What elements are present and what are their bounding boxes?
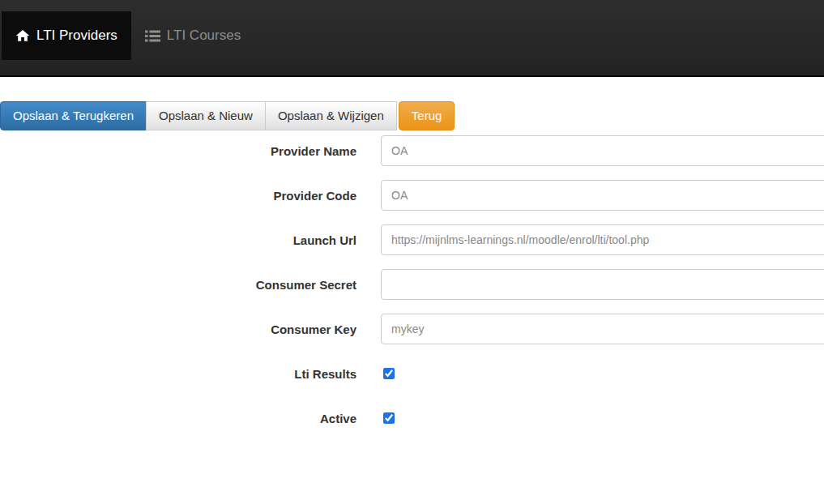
- form-row-provider-code: Provider Code: [0, 180, 824, 211]
- consumer-secret-input[interactable]: [381, 269, 824, 300]
- lti-results-checkbox[interactable]: [383, 368, 395, 379]
- action-toolbar: Opslaan & Terugkeren Opslaan & Nieuw Ops…: [0, 101, 824, 130]
- lti-results-label: Lti Results: [0, 367, 356, 381]
- top-navbar: LTI Providers LTI Courses: [0, 0, 824, 77]
- save-and-edit-button[interactable]: Opslaan & Wijzigen: [265, 101, 397, 130]
- form-row-active: Active: [0, 403, 824, 434]
- form-row-provider-name: Provider Name: [0, 135, 824, 166]
- consumer-key-label: Consumer Key: [0, 322, 356, 336]
- launch-url-input[interactable]: [381, 224, 824, 255]
- nav-item-label: LTI Courses: [167, 28, 241, 44]
- nav-item-lti-courses[interactable]: LTI Courses: [131, 11, 254, 60]
- provider-name-input[interactable]: [381, 135, 824, 166]
- form-row-consumer-key: Consumer Key: [0, 314, 824, 344]
- consumer-secret-label: Consumer Secret: [0, 278, 356, 292]
- active-label: Active: [0, 412, 356, 425]
- provider-code-label: Provider Code: [0, 189, 356, 203]
- form-row-consumer-secret: Consumer Secret: [0, 269, 824, 300]
- nav-item-lti-providers[interactable]: LTI Providers: [2, 11, 131, 60]
- nav-item-label: LTI Providers: [36, 28, 117, 44]
- save-and-return-button[interactable]: Opslaan & Terugkeren: [0, 101, 147, 130]
- provider-name-label: Provider Name: [0, 144, 356, 158]
- launch-url-label: Launch Url: [0, 233, 356, 247]
- provider-code-input[interactable]: [381, 180, 824, 211]
- back-button[interactable]: Terug: [399, 101, 455, 130]
- lti-provider-form: Provider Name Provider Code Launch Url C…: [0, 135, 824, 434]
- consumer-key-input[interactable]: [381, 314, 824, 344]
- form-row-launch-url: Launch Url: [0, 224, 824, 255]
- list-icon: [145, 30, 160, 42]
- save-and-new-button[interactable]: Opslaan & Nieuw: [146, 101, 266, 130]
- form-row-lti-results: Lti Results: [0, 358, 824, 389]
- home-icon: [15, 28, 30, 43]
- active-checkbox[interactable]: [383, 412, 395, 424]
